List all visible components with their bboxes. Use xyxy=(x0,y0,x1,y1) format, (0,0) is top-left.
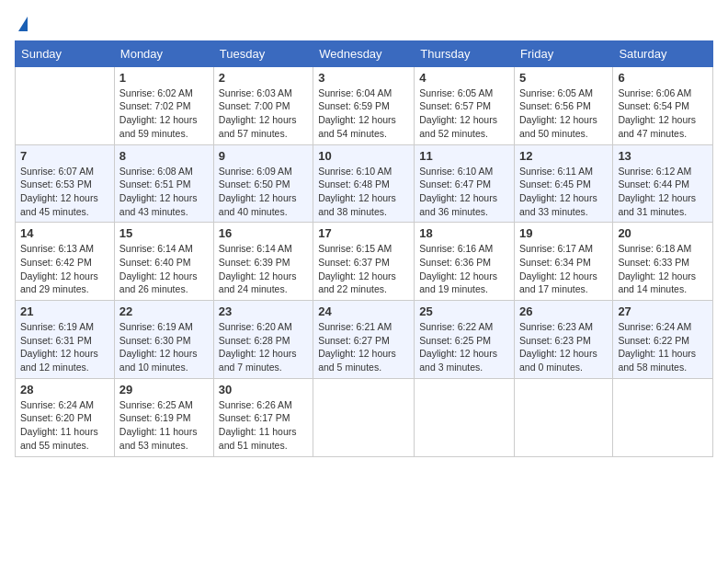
day-number: 4 xyxy=(419,71,509,85)
day-number: 29 xyxy=(119,383,209,396)
page-header xyxy=(15,15,713,33)
day-info: Sunrise: 6:04 AM Sunset: 6:59 PM Dayligh… xyxy=(318,86,409,141)
day-number: 2 xyxy=(219,71,308,85)
day-number: 19 xyxy=(519,226,608,240)
day-info: Sunrise: 6:18 AM Sunset: 6:33 PM Dayligh… xyxy=(618,242,708,296)
day-info: Sunrise: 6:20 AM Sunset: 6:28 PM Dayligh… xyxy=(219,320,308,374)
day-info: Sunrise: 6:12 AM Sunset: 6:44 PM Dayligh… xyxy=(618,165,708,219)
day-number: 9 xyxy=(219,149,308,163)
calendar-cell: 5Sunrise: 6:05 AM Sunset: 6:56 PM Daylig… xyxy=(515,66,613,144)
calendar-cell: 1Sunrise: 6:02 AM Sunset: 7:02 PM Daylig… xyxy=(114,66,213,144)
day-number: 30 xyxy=(219,383,308,396)
calendar-cell: 19Sunrise: 6:17 AM Sunset: 6:34 PM Dayli… xyxy=(515,223,613,301)
day-number: 18 xyxy=(419,226,509,240)
calendar-cell: 28Sunrise: 6:24 AM Sunset: 6:20 PM Dayli… xyxy=(16,378,115,456)
calendar-cell: 7Sunrise: 6:07 AM Sunset: 6:53 PM Daylig… xyxy=(16,144,115,223)
calendar-cell: 2Sunrise: 6:03 AM Sunset: 7:00 PM Daylig… xyxy=(213,66,313,144)
day-info: Sunrise: 6:19 AM Sunset: 6:31 PM Dayligh… xyxy=(20,320,109,374)
calendar-cell: 13Sunrise: 6:12 AM Sunset: 6:44 PM Dayli… xyxy=(613,144,713,223)
calendar-cell xyxy=(613,378,713,456)
calendar-cell: 20Sunrise: 6:18 AM Sunset: 6:33 PM Dayli… xyxy=(613,223,713,301)
weekday-header-monday: Monday xyxy=(114,40,213,66)
day-info: Sunrise: 6:05 AM Sunset: 6:57 PM Dayligh… xyxy=(419,86,509,141)
calendar-cell: 21Sunrise: 6:19 AM Sunset: 6:31 PM Dayli… xyxy=(16,301,115,379)
day-number: 28 xyxy=(20,383,109,396)
day-info: Sunrise: 6:15 AM Sunset: 6:37 PM Dayligh… xyxy=(318,242,409,296)
day-number: 7 xyxy=(20,149,109,163)
calendar-cell: 11Sunrise: 6:10 AM Sunset: 6:47 PM Dayli… xyxy=(415,144,515,223)
day-number: 8 xyxy=(119,149,209,163)
day-number: 16 xyxy=(219,226,308,240)
calendar-week-row: 21Sunrise: 6:19 AM Sunset: 6:31 PM Dayli… xyxy=(16,301,713,379)
calendar-cell: 14Sunrise: 6:13 AM Sunset: 6:42 PM Dayli… xyxy=(16,223,115,301)
day-number: 27 xyxy=(618,304,708,318)
logo xyxy=(15,15,28,33)
calendar-cell: 16Sunrise: 6:14 AM Sunset: 6:39 PM Dayli… xyxy=(213,223,313,301)
day-number: 6 xyxy=(618,71,708,85)
calendar-cell xyxy=(515,378,613,456)
day-number: 10 xyxy=(318,149,409,163)
calendar-cell: 3Sunrise: 6:04 AM Sunset: 6:59 PM Daylig… xyxy=(313,66,415,144)
calendar-cell: 26Sunrise: 6:23 AM Sunset: 6:23 PM Dayli… xyxy=(515,301,613,379)
day-info: Sunrise: 6:10 AM Sunset: 6:47 PM Dayligh… xyxy=(419,165,509,219)
day-number: 17 xyxy=(318,226,409,240)
calendar-cell: 25Sunrise: 6:22 AM Sunset: 6:25 PM Dayli… xyxy=(415,301,515,379)
day-info: Sunrise: 6:14 AM Sunset: 6:39 PM Dayligh… xyxy=(219,242,308,296)
day-info: Sunrise: 6:17 AM Sunset: 6:34 PM Dayligh… xyxy=(519,242,608,296)
day-number: 21 xyxy=(20,304,109,318)
day-info: Sunrise: 6:24 AM Sunset: 6:20 PM Dayligh… xyxy=(20,398,109,453)
day-number: 1 xyxy=(119,71,209,85)
day-info: Sunrise: 6:03 AM Sunset: 7:00 PM Dayligh… xyxy=(219,86,308,141)
day-number: 22 xyxy=(119,304,209,318)
calendar-cell: 10Sunrise: 6:10 AM Sunset: 6:48 PM Dayli… xyxy=(313,144,415,223)
calendar-cell: 23Sunrise: 6:20 AM Sunset: 6:28 PM Dayli… xyxy=(213,301,313,379)
day-number: 15 xyxy=(119,226,209,240)
day-info: Sunrise: 6:19 AM Sunset: 6:30 PM Dayligh… xyxy=(119,320,209,374)
calendar-cell: 9Sunrise: 6:09 AM Sunset: 6:50 PM Daylig… xyxy=(213,144,313,223)
calendar-week-row: 7Sunrise: 6:07 AM Sunset: 6:53 PM Daylig… xyxy=(16,144,713,223)
calendar-cell: 17Sunrise: 6:15 AM Sunset: 6:37 PM Dayli… xyxy=(313,223,415,301)
day-info: Sunrise: 6:09 AM Sunset: 6:50 PM Dayligh… xyxy=(219,165,308,219)
calendar-cell xyxy=(16,66,115,144)
calendar-cell: 12Sunrise: 6:11 AM Sunset: 6:45 PM Dayli… xyxy=(515,144,613,223)
day-info: Sunrise: 6:24 AM Sunset: 6:22 PM Dayligh… xyxy=(618,320,708,374)
day-number: 11 xyxy=(419,149,509,163)
day-info: Sunrise: 6:26 AM Sunset: 6:17 PM Dayligh… xyxy=(219,398,308,453)
calendar-cell: 24Sunrise: 6:21 AM Sunset: 6:27 PM Dayli… xyxy=(313,301,415,379)
day-number: 23 xyxy=(219,304,308,318)
calendar-header-row: SundayMondayTuesdayWednesdayThursdayFrid… xyxy=(16,40,713,66)
day-number: 24 xyxy=(318,304,409,318)
calendar-cell: 27Sunrise: 6:24 AM Sunset: 6:22 PM Dayli… xyxy=(613,301,713,379)
calendar-cell: 18Sunrise: 6:16 AM Sunset: 6:36 PM Dayli… xyxy=(415,223,515,301)
weekday-header-tuesday: Tuesday xyxy=(213,40,313,66)
calendar-cell: 15Sunrise: 6:14 AM Sunset: 6:40 PM Dayli… xyxy=(114,223,213,301)
day-number: 25 xyxy=(419,304,509,318)
day-info: Sunrise: 6:21 AM Sunset: 6:27 PM Dayligh… xyxy=(318,320,409,374)
day-info: Sunrise: 6:23 AM Sunset: 6:23 PM Dayligh… xyxy=(519,320,608,374)
day-info: Sunrise: 6:13 AM Sunset: 6:42 PM Dayligh… xyxy=(20,242,109,296)
day-number: 12 xyxy=(519,149,608,163)
day-number: 20 xyxy=(618,226,708,240)
day-info: Sunrise: 6:06 AM Sunset: 6:54 PM Dayligh… xyxy=(618,86,708,141)
calendar-cell: 4Sunrise: 6:05 AM Sunset: 6:57 PM Daylig… xyxy=(415,66,515,144)
calendar-week-row: 14Sunrise: 6:13 AM Sunset: 6:42 PM Dayli… xyxy=(16,223,713,301)
day-info: Sunrise: 6:14 AM Sunset: 6:40 PM Dayligh… xyxy=(119,242,209,296)
logo-triangle-icon xyxy=(18,17,28,31)
day-info: Sunrise: 6:05 AM Sunset: 6:56 PM Dayligh… xyxy=(519,86,608,141)
day-info: Sunrise: 6:08 AM Sunset: 6:51 PM Dayligh… xyxy=(119,165,209,219)
calendar-week-row: 1Sunrise: 6:02 AM Sunset: 7:02 PM Daylig… xyxy=(16,66,713,144)
weekday-header-sunday: Sunday xyxy=(16,40,115,66)
calendar-cell xyxy=(313,378,415,456)
weekday-header-saturday: Saturday xyxy=(613,40,713,66)
day-number: 26 xyxy=(519,304,608,318)
day-info: Sunrise: 6:07 AM Sunset: 6:53 PM Dayligh… xyxy=(20,165,109,219)
day-info: Sunrise: 6:10 AM Sunset: 6:48 PM Dayligh… xyxy=(318,165,409,219)
calendar-cell: 29Sunrise: 6:25 AM Sunset: 6:19 PM Dayli… xyxy=(114,378,213,456)
calendar-week-row: 28Sunrise: 6:24 AM Sunset: 6:20 PM Dayli… xyxy=(16,378,713,456)
weekday-header-thursday: Thursday xyxy=(415,40,515,66)
calendar-cell: 30Sunrise: 6:26 AM Sunset: 6:17 PM Dayli… xyxy=(213,378,313,456)
day-info: Sunrise: 6:16 AM Sunset: 6:36 PM Dayligh… xyxy=(419,242,509,296)
calendar-cell: 22Sunrise: 6:19 AM Sunset: 6:30 PM Dayli… xyxy=(114,301,213,379)
weekday-header-friday: Friday xyxy=(515,40,613,66)
day-number: 5 xyxy=(519,71,608,85)
